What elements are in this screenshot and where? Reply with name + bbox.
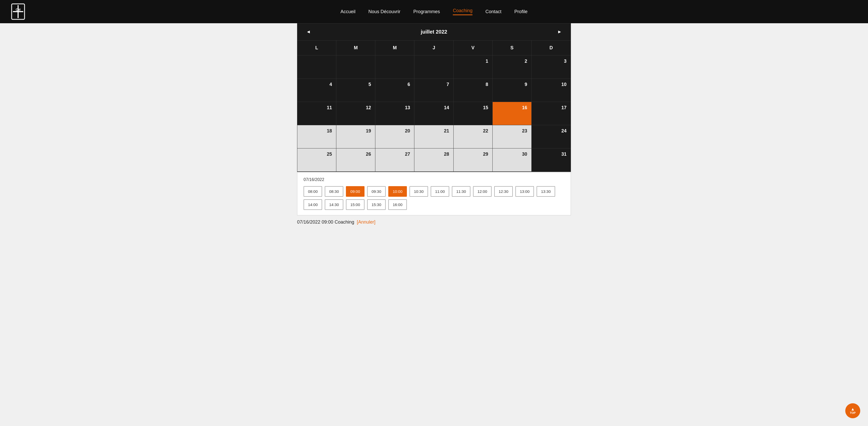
cal-cell[interactable]: 3 [532,56,571,79]
cal-cell[interactable]: 2 [493,56,532,79]
cancel-link[interactable]: [Annuler] [357,220,375,225]
header: CM Accueil Nous Découvrir Programmes Coa… [0,0,868,23]
main-nav: Accueil Nous Découvrir Programmes Coachi… [340,8,528,15]
calendar-grid: 1234567891011121314151617181920212223242… [297,56,571,172]
cal-cell[interactable]: 8 [454,79,493,102]
cal-cell[interactable]: 14 [414,102,454,125]
timeslot-date: 07/16/2022 [304,177,564,182]
cal-cell[interactable] [414,56,454,79]
cal-cell[interactable]: 17 [532,102,571,125]
timeslot-button[interactable]: 08:30 [325,186,343,197]
cal-cell[interactable]: 18 [297,125,336,149]
day-header-s: S [493,40,532,55]
cal-cell[interactable]: 7 [414,79,454,102]
timeslot-button[interactable]: 09:30 [367,186,386,197]
day-header-m1: M [336,40,375,55]
cal-cell[interactable]: 22 [454,125,493,149]
cal-cell[interactable] [297,56,336,79]
timeslots-container: 08:0008:3009:0009:3010:0010:3011:0011:30… [304,186,564,210]
timeslot-section: 07/16/2022 08:0008:3009:0009:3010:0010:3… [297,172,571,215]
cal-cell[interactable]: 21 [414,125,454,149]
logo-icon: CM [10,3,26,21]
cal-cell[interactable]: 1 [454,56,493,79]
cal-cell[interactable]: 28 [414,149,454,172]
cal-cell[interactable]: 26 [336,149,375,172]
day-header-d: D [532,40,571,55]
nav-accueil[interactable]: Accueil [340,9,355,14]
booking-text: 07/16/2022 09:00 Coaching [297,220,354,225]
timeslot-button[interactable]: 09:00 [346,186,365,197]
cal-cell[interactable]: 10 [532,79,571,102]
cal-cell[interactable] [336,56,375,79]
scroll-top-button[interactable]: ▲ TOP [845,403,860,418]
scroll-top-label: TOP [850,411,856,414]
calendar: ◄ juillet 2022 ► L M M J V S D 123456789… [297,23,571,172]
timeslot-button[interactable]: 11:00 [431,186,449,197]
cal-cell[interactable]: 11 [297,102,336,125]
prev-month-button[interactable]: ◄ [304,28,313,36]
cal-cell[interactable]: 30 [493,149,532,172]
logo: CM [10,3,28,21]
cal-cell[interactable]: 16 [493,102,532,125]
cal-cell[interactable]: 12 [336,102,375,125]
timeslot-button[interactable]: 10:00 [388,186,407,197]
cal-cell[interactable]: 19 [336,125,375,149]
cal-cell[interactable]: 29 [454,149,493,172]
timeslot-button[interactable]: 12:00 [473,186,492,197]
timeslot-button[interactable]: 11:30 [452,186,470,197]
calendar-header: ◄ juillet 2022 ► [297,24,571,40]
cal-cell[interactable] [375,56,414,79]
day-header-m2: M [375,40,414,55]
nav-contact[interactable]: Contact [486,9,501,14]
timeslot-button[interactable]: 15:30 [367,199,386,210]
day-header-j: J [414,40,454,55]
day-header-v: V [454,40,493,55]
cal-cell[interactable]: 13 [375,102,414,125]
timeslot-button[interactable]: 16:00 [388,199,407,210]
booking-info: 07/16/2022 09:00 Coaching [Annuler] [297,215,571,225]
cal-cell[interactable]: 25 [297,149,336,172]
timeslot-button[interactable]: 13:30 [536,186,555,197]
timeslot-button[interactable]: 12:30 [494,186,513,197]
cal-cell[interactable]: 15 [454,102,493,125]
day-header-l: L [297,40,336,55]
timeslot-button[interactable]: 14:30 [325,199,343,210]
cal-cell[interactable]: 5 [336,79,375,102]
cal-cell[interactable]: 27 [375,149,414,172]
next-month-button[interactable]: ► [555,28,564,36]
month-title: juillet 2022 [421,29,447,35]
cal-cell[interactable]: 23 [493,125,532,149]
timeslot-button[interactable]: 15:00 [346,199,365,210]
calendar-days-header: L M M J V S D [297,40,571,56]
main-content: ◄ juillet 2022 ► L M M J V S D 123456789… [297,23,571,235]
timeslot-button[interactable]: 13:00 [516,186,534,197]
cal-cell[interactable]: 20 [375,125,414,149]
cal-cell[interactable]: 24 [532,125,571,149]
cal-cell[interactable]: 9 [493,79,532,102]
scroll-top-arrow: ▲ [851,407,855,411]
nav-profile[interactable]: Profile [514,9,528,14]
timeslot-button[interactable]: 08:00 [304,186,322,197]
cal-cell[interactable]: 4 [297,79,336,102]
timeslot-button[interactable]: 14:00 [304,199,322,210]
nav-programmes[interactable]: Programmes [413,9,440,14]
nav-nous-decouvrir[interactable]: Nous Découvrir [368,9,400,14]
cal-cell[interactable]: 6 [375,79,414,102]
nav-coaching[interactable]: Coaching [453,8,472,15]
cal-cell[interactable]: 31 [532,149,571,172]
timeslot-button[interactable]: 10:30 [409,186,428,197]
